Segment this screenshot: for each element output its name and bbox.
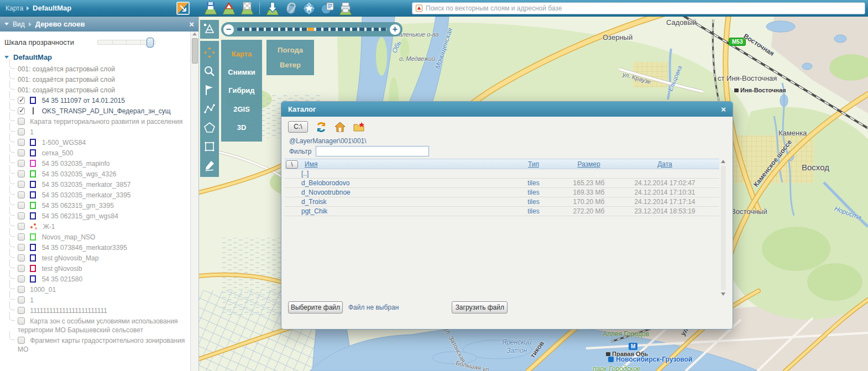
layer-checkbox[interactable] xyxy=(18,212,25,220)
layer-tree-item[interactable]: Фрагмент карты градостроительного зониро… xyxy=(3,335,188,354)
draw-tool-button[interactable] xyxy=(202,158,217,173)
layer-checkbox[interactable] xyxy=(18,275,25,283)
layer-search[interactable] xyxy=(412,2,865,14)
layer-tree-item[interactable]: 1-500_WGS84 xyxy=(3,137,188,148)
scroll-down-icon[interactable] xyxy=(721,292,725,296)
layer-label[interactable]: 54 35 111097 от 14.01.2015 xyxy=(42,97,125,104)
layer-tree-item[interactable]: 111111111111111111111111 xyxy=(3,305,188,316)
layer-tree-item[interactable]: сетка_500 xyxy=(3,148,188,158)
layer-tree-item[interactable]: Novos_map_NSO xyxy=(3,232,188,242)
layer-checkbox[interactable] xyxy=(18,181,25,188)
layer-tree-item[interactable]: 54 35 032035_merkator_3395 xyxy=(3,190,188,200)
layer-checkbox[interactable] xyxy=(18,170,25,177)
catalog-row[interactable]: d_Troisk tiles 170.20 Мб 24.12.2014 17:1… xyxy=(285,197,719,207)
basemap-button[interactable]: Гибрид xyxy=(228,86,254,95)
layer-checkbox[interactable] xyxy=(18,307,25,314)
layer-tree-item[interactable]: Карта зон с особыми условиями использова… xyxy=(3,316,188,335)
dialog-titlebar[interactable]: Каталог × xyxy=(281,102,733,117)
layer-tree-item[interactable]: 1 xyxy=(3,127,188,137)
layer-checkbox[interactable] xyxy=(18,202,25,209)
column-header-name[interactable]: Имя xyxy=(305,160,317,168)
layer-tree-item[interactable]: test gNovosib xyxy=(3,263,188,274)
layer-label[interactable]: 001: создаётся растровый слой xyxy=(18,65,115,73)
basemap-button[interactable]: 2GIS xyxy=(233,105,250,113)
collapse-panel-button[interactable] xyxy=(175,1,190,15)
layer-label[interactable]: 54 35 062315_gm_wgs84 xyxy=(42,212,118,220)
zoom-track[interactable] xyxy=(237,28,386,31)
export-image-button[interactable] xyxy=(239,1,254,15)
attach-file-button[interactable] xyxy=(283,1,298,15)
globe-report-button[interactable] xyxy=(320,1,334,15)
scroll-up-icon[interactable] xyxy=(721,160,725,163)
layer-tree-item[interactable]: Ж-1 xyxy=(3,221,188,232)
zoom-in-button[interactable]: + xyxy=(390,24,400,35)
layer-tree-item[interactable]: 001: создаётся растровый слой xyxy=(3,85,188,95)
zoom-level-marker[interactable] xyxy=(307,28,314,31)
file-name[interactable]: [..] xyxy=(301,170,308,177)
download-map-button[interactable] xyxy=(265,1,280,15)
filter-input[interactable] xyxy=(316,146,429,156)
layer-checkbox[interactable] xyxy=(18,118,25,125)
layer-label[interactable]: 54 35 032035_mapinfo xyxy=(42,160,110,168)
layer-tree-item[interactable]: 54 35 032035_mapinfo xyxy=(3,158,188,169)
layer-checkbox[interactable] xyxy=(18,139,25,146)
save-map-button[interactable] xyxy=(203,1,218,15)
zoom-slider[interactable]: − + xyxy=(221,22,402,36)
drive-button[interactable]: C:\ xyxy=(288,121,308,133)
layer-checkbox[interactable] xyxy=(18,97,25,104)
layer-checkbox[interactable] xyxy=(18,128,25,135)
upload-file-button[interactable]: Загрузить файл xyxy=(452,301,508,313)
catalog-row[interactable]: d_Novootrubnoe tiles 169.33 Мб 24.12.201… xyxy=(285,188,719,197)
layer-label[interactable]: OKS_TRANSP_AD_LIN_Федерал_зн_сущ xyxy=(42,107,171,115)
layer-tree-item[interactable]: 001: создаётся растровый слой xyxy=(3,74,188,85)
layer-checkbox[interactable] xyxy=(18,244,25,251)
tree-expand-icon[interactable] xyxy=(4,56,9,59)
export-pdf-button[interactable] xyxy=(221,1,236,15)
layer-tree-item[interactable]: 54 35 073846_merkator3395 xyxy=(3,242,188,253)
basemap-button[interactable]: 3D xyxy=(237,123,247,132)
scroll-up-icon[interactable] xyxy=(192,33,197,35)
measure-tool-button[interactable] xyxy=(200,20,219,39)
layer-label[interactable]: 1-500_WGS84 xyxy=(42,139,86,147)
layer-tree-item[interactable]: 54 35 111097 от 14.01.2015 xyxy=(3,95,188,106)
file-name[interactable]: pgt_Chik xyxy=(301,207,327,215)
print-button[interactable] xyxy=(338,1,353,15)
basemap-button[interactable]: Карта xyxy=(232,50,252,58)
file-name[interactable]: d_Troisk xyxy=(301,198,327,206)
layer-label[interactable]: Карата территориального развития и рассе… xyxy=(30,118,182,126)
layer-label[interactable]: 1 xyxy=(30,296,34,304)
zoom-box-tool-button[interactable] xyxy=(202,64,217,79)
layer-label[interactable]: 54 35 032035_merkator_3857 xyxy=(42,181,131,189)
layer-tree-item[interactable]: 54 35 062315_gm_wgs84 xyxy=(3,211,188,221)
sidebar-scroll-thumb[interactable] xyxy=(192,38,198,64)
pan-tool-button[interactable] xyxy=(202,45,217,60)
sidebar-close-button[interactable]: × xyxy=(189,20,194,28)
layer-tree-item[interactable]: 001: создаётся растровый слой xyxy=(3,64,188,74)
new-folder-icon[interactable] xyxy=(353,122,364,133)
layer-tree-item[interactable]: 54 35 032035_merkator_3857 xyxy=(3,179,188,190)
column-header-type[interactable]: Тип xyxy=(503,160,564,168)
layer-checkbox[interactable] xyxy=(18,286,25,293)
scroll-track[interactable] xyxy=(721,165,726,290)
root-slash-button[interactable]: \ xyxy=(286,160,298,169)
layer-checkbox[interactable] xyxy=(18,317,25,325)
layer-checkbox[interactable] xyxy=(18,233,25,241)
layer-label[interactable]: сетка_500 xyxy=(42,149,74,157)
flag-tool-button[interactable] xyxy=(202,83,217,97)
layer-checkbox[interactable] xyxy=(18,149,25,156)
layer-label[interactable]: 54 35 021580 xyxy=(42,275,82,283)
catalog-scrollbar[interactable] xyxy=(720,159,727,297)
sidebar-collapse-icon[interactable] xyxy=(4,23,9,25)
layer-tree-item[interactable]: OKS_TRANSP_AD_LIN_Федерал_зн_сущ xyxy=(3,106,188,116)
layer-tree-item[interactable]: test gNovosib_Map xyxy=(3,253,188,263)
dialog-close-button[interactable]: × xyxy=(721,105,726,113)
layer-checkbox[interactable] xyxy=(18,191,25,198)
globe-star-button[interactable] xyxy=(301,1,316,15)
layer-checkbox[interactable] xyxy=(18,254,25,262)
layer-tree-item[interactable]: 54 35 062315_gm_3395 xyxy=(3,200,188,211)
home-icon[interactable] xyxy=(334,122,346,133)
layer-label[interactable]: 54 35 073846_merkator3395 xyxy=(42,244,127,252)
catalog-row[interactable]: d_Beloborodovo tiles 165.23 Мб 24.12.201… xyxy=(285,179,719,188)
layer-label[interactable]: 54 35 062315_gm_3395 xyxy=(42,202,114,210)
sidebar-header[interactable]: Вид Дерево слоев × xyxy=(0,17,198,32)
